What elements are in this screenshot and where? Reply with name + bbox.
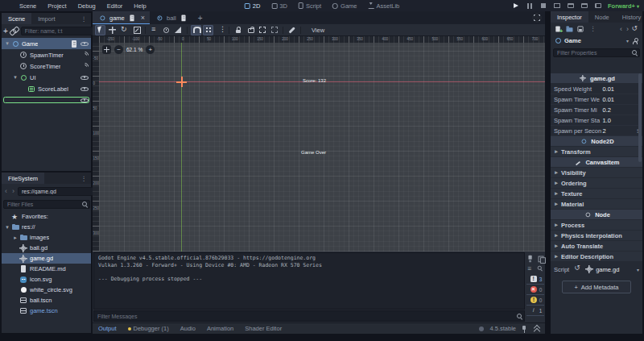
message-count-toggle[interactable]: 0 (526, 295, 544, 306)
remote-debug-button[interactable] (553, 2, 561, 10)
skeleton-options[interactable] (287, 25, 297, 35)
inspector-dock-tab[interactable]: History (616, 11, 644, 23)
center-view-icon[interactable] (102, 45, 111, 54)
visibility-toggle-icon[interactable] (80, 39, 89, 48)
signal-connection-icon[interactable] (80, 50, 89, 60)
zoom-in-button[interactable]: + (146, 45, 155, 54)
new-scene-tab-button[interactable]: + (193, 14, 208, 23)
select-tool[interactable] (95, 25, 105, 35)
play-custom-scene-button[interactable] (580, 2, 588, 10)
bottom-panel-tab[interactable]: Output (93, 325, 122, 332)
origin-gizmo[interactable] (176, 77, 187, 87)
2d-viewport[interactable]: -150-100-5005010015020025030035040045050… (93, 36, 545, 252)
message-count-toggle[interactable]: 3 (526, 274, 544, 285)
property-group[interactable]: Texture (551, 189, 642, 198)
property-group[interactable]: Ordering (551, 178, 642, 188)
script-icon[interactable] (128, 14, 136, 22)
file-tree-item[interactable]: README.md (2, 264, 91, 274)
menu-item[interactable]: Scene (14, 2, 41, 10)
pause-button[interactable] (526, 2, 534, 10)
inspector-dock-tab[interactable]: Inspector (551, 11, 588, 23)
edited-object-row[interactable]: Game ▾ (551, 35, 642, 47)
file-tree-item[interactable]: res:// (2, 222, 91, 232)
scene-tree-node[interactable]: SpawnTimer (2, 49, 91, 60)
filesystem-options-icon[interactable]: ⋮ (78, 175, 92, 182)
expand-chevron-icon[interactable] (12, 235, 19, 241)
file-tree-item[interactable]: white_circle.svg (2, 285, 91, 295)
property-group[interactable]: Transform (551, 147, 642, 156)
message-count-toggle[interactable]: 0 (526, 285, 544, 295)
lock-button[interactable] (233, 25, 243, 35)
filter-properties-input[interactable] (553, 48, 640, 57)
inspector-dock-tab[interactable]: Node (588, 11, 616, 23)
file-tree-item[interactable]: game.gd (2, 253, 91, 264)
category-header[interactable]: CanvasItem (551, 157, 642, 167)
instance-scene-icon[interactable] (10, 26, 19, 35)
renderer-dropdown[interactable]: Forward+ ▾ (608, 2, 639, 10)
script-value[interactable]: game.gd (596, 266, 619, 273)
category-header[interactable]: Node2D (551, 136, 642, 146)
smart-snap-toggle[interactable] (191, 25, 201, 35)
script-icon[interactable] (180, 14, 188, 22)
file-tree-item[interactable]: ball.tscn (2, 295, 91, 306)
workspace-tab[interactable]: Script (299, 2, 321, 10)
snap-options-menu[interactable] (215, 25, 225, 35)
property-row[interactable]: Spawn Timer Mi 0.2 (551, 105, 642, 115)
file-tree-item[interactable]: Favorites: (2, 211, 91, 222)
ungroup-button[interactable] (269, 25, 279, 35)
property-group[interactable]: Material (551, 199, 642, 209)
grid-snap-toggle[interactable] (203, 25, 213, 35)
scene-tree-node[interactable]: ScoreLabel (2, 83, 91, 94)
property-row[interactable]: Spawn Timer Sta 1.0 (551, 115, 642, 126)
load-resource-icon[interactable] (565, 24, 574, 33)
property-row[interactable]: Speed Weight 0.01 (551, 84, 642, 94)
menu-item[interactable]: Debug (73, 2, 101, 10)
property-value[interactable]: 1.0 (602, 117, 610, 124)
scene-tab-game[interactable]: game × (93, 11, 150, 24)
bottom-panel-tab[interactable]: Animation (201, 325, 239, 332)
forward-icon[interactable]: › (10, 187, 16, 195)
workspace-tab[interactable]: Game (332, 2, 357, 10)
scene-tree-node[interactable]: GameOverMenu (2, 94, 91, 106)
scene-tree-node[interactable]: Game (2, 38, 91, 49)
expand-chevron-icon[interactable] (12, 74, 19, 81)
property-group[interactable]: Editor Description (551, 252, 642, 261)
script-badge-icon[interactable] (69, 39, 79, 48)
property-row[interactable]: Spawn Timer We 0.01 (551, 94, 642, 105)
current-path-field[interactable] (18, 187, 105, 196)
add-node-button[interactable]: + (3, 27, 8, 35)
tab-import[interactable]: Import (31, 13, 61, 24)
chevron-down-icon[interactable]: ▾ (626, 38, 629, 44)
visibility-toggle-icon[interactable] (80, 84, 89, 94)
movie-maker-button[interactable] (594, 2, 602, 10)
scene-tree-node[interactable]: ScoreTimer (2, 60, 91, 72)
pivot-tool[interactable] (161, 25, 171, 35)
resource-options-icon[interactable]: ⋮ (587, 25, 601, 32)
clear-output-icon[interactable] (526, 254, 534, 262)
history-forward-icon[interactable]: › (626, 25, 629, 33)
back-icon[interactable]: ‹ (3, 187, 9, 195)
group-button[interactable] (257, 25, 267, 35)
visibility-toggle-icon[interactable] (80, 95, 89, 105)
view-menu[interactable]: View (308, 27, 328, 34)
visibility-toggle-icon[interactable] (80, 73, 89, 82)
menu-item[interactable]: Editor (102, 2, 128, 10)
inspector-scrollbar[interactable] (638, 73, 642, 162)
zoom-level[interactable]: 62.1 % (126, 47, 142, 52)
signal-connection-icon[interactable] (80, 61, 89, 71)
expand-chevron-icon[interactable] (4, 224, 10, 231)
property-value[interactable]: 0.2 (602, 106, 610, 114)
copy-output-icon[interactable] (536, 254, 544, 262)
bottom-panel-tab[interactable]: Debugger (1) (122, 325, 175, 332)
reload-script-icon[interactable] (573, 264, 583, 274)
save-resource-icon[interactable] (576, 24, 585, 33)
play-button[interactable] (512, 2, 520, 10)
bottom-panel-tab[interactable]: Shader Editor (239, 325, 287, 332)
ruler-tool[interactable] (173, 25, 184, 35)
new-resource-icon[interactable] (554, 24, 563, 33)
close-icon[interactable]: × (141, 14, 145, 22)
selection-list-tool[interactable] (149, 25, 159, 35)
message-count-toggle[interactable]: 1 (526, 306, 544, 316)
unlock-button[interactable] (245, 25, 255, 35)
expand-chevron-icon[interactable] (4, 40, 10, 47)
